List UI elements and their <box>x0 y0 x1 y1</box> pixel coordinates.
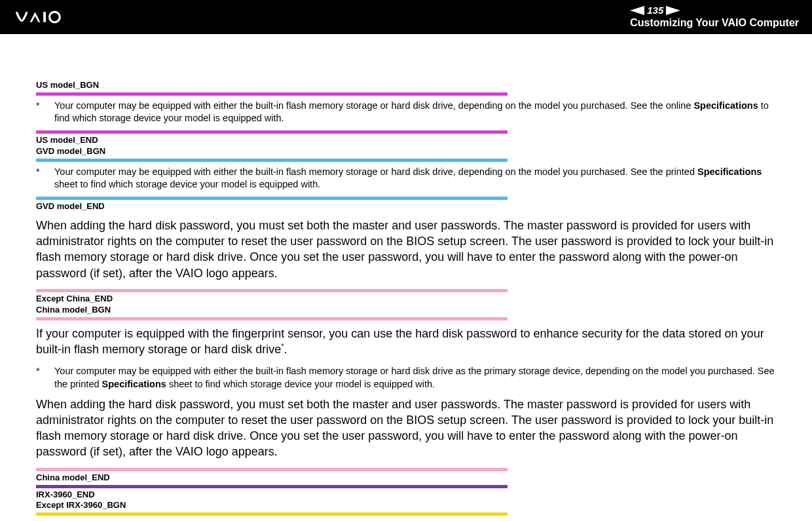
marker-gvd-bgn: GVD model_BGN <box>36 146 776 157</box>
marker-china-bgn: China model_BGN <box>36 305 776 316</box>
marker-irx-end: IRX-3960_END <box>36 490 776 501</box>
footnote-china: * Your computer may be equipped with eit… <box>36 365 776 391</box>
marker-bar <box>36 485 507 488</box>
marker-bar <box>36 512 507 516</box>
marker-us-bgn: US model_BGN <box>36 80 776 91</box>
note-post: sheet to find which storage device your … <box>54 179 320 189</box>
footnote-gvd: * Your computer may be equipped with eit… <box>36 166 776 191</box>
body-master-user-2: When adding the hard disk password, you … <box>36 396 776 460</box>
marker-except-irx-bgn: Except IRX-3960_BGN <box>36 500 776 511</box>
fp-post: . <box>284 343 287 356</box>
fp-pre: If your computer is equipped with the fi… <box>36 327 764 356</box>
nav-arrows: 135 <box>630 5 799 16</box>
note-bold: Specifications <box>102 379 166 389</box>
asterisk: * <box>36 166 54 191</box>
marker-bar <box>36 159 507 162</box>
header-info: 135 Customizing Your VAIO Computer <box>630 5 799 29</box>
vaio-logo <box>13 0 98 34</box>
body-master-user-1: When adding the hard disk password, you … <box>36 218 776 281</box>
marker-china-end: China model_END <box>36 473 776 484</box>
asterisk: * <box>36 365 54 391</box>
note-pre: Your computer may be equipped with eithe… <box>54 166 697 177</box>
note-pre: Your computer may be equipped with eithe… <box>54 100 693 111</box>
arrow-left-icon[interactable] <box>630 6 644 15</box>
note-bold: Specifications <box>697 166 762 177</box>
footnote-us: * Your computer may be equipped with eit… <box>36 100 776 125</box>
marker-bar <box>36 130 507 134</box>
note-post: sheet to find which storage device your … <box>166 379 435 389</box>
marker-bar <box>36 289 507 292</box>
page-header: 135 Customizing Your VAIO Computer <box>0 0 812 34</box>
marker-bar <box>36 197 507 200</box>
page-number: 135 <box>647 5 663 16</box>
marker-gvd-end: GVD model_END <box>36 201 776 212</box>
marker-bar <box>36 317 507 320</box>
footnote-text: Your computer may be equipped with eithe… <box>54 100 776 125</box>
svg-point-1 <box>50 12 60 22</box>
page-title: Customizing Your VAIO Computer <box>630 16 799 29</box>
marker-bar <box>36 468 507 471</box>
marker-bar <box>36 92 507 96</box>
footnote-text: Your computer may be equipped with eithe… <box>54 365 776 391</box>
footnote-text: Your computer may be equipped with eithe… <box>54 166 776 191</box>
marker-except-china-end: Except China_END <box>36 294 776 305</box>
body-fingerprint: If your computer is equipped with the fi… <box>36 326 776 358</box>
asterisk: * <box>36 100 54 125</box>
svg-rect-0 <box>43 12 46 22</box>
arrow-right-icon[interactable] <box>666 6 680 15</box>
note-bold: Specifications <box>693 100 758 111</box>
page-content: US model_BGN * Your computer may be equi… <box>0 34 812 521</box>
marker-us-end: US model_END <box>36 135 776 146</box>
